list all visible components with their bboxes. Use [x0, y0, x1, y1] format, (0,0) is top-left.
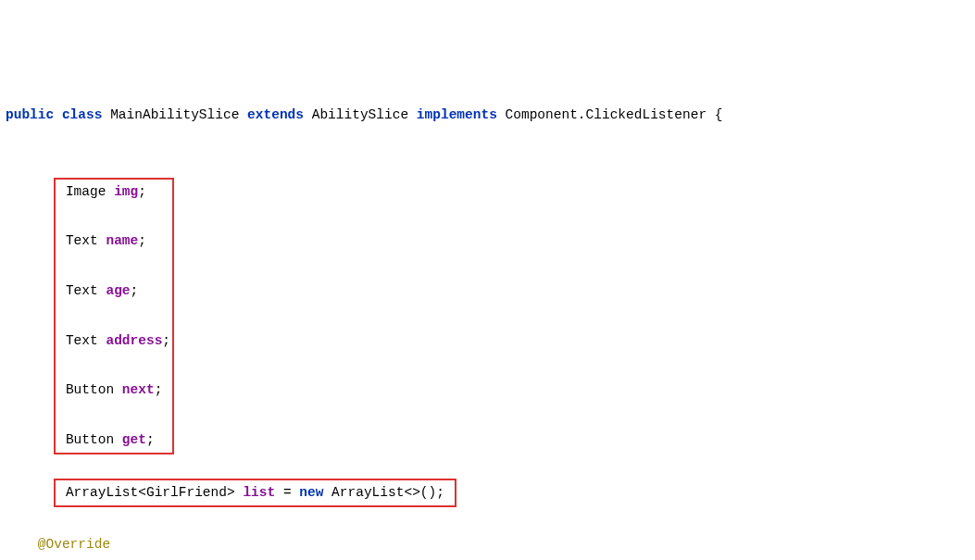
field-img: img [114, 184, 138, 199]
field-img-line: Image img; [57, 180, 170, 205]
brace-open: { [715, 107, 723, 122]
field-list: list [243, 485, 275, 500]
class-name: MainAbilitySlice [110, 107, 239, 122]
field-get-line: Button get; [57, 428, 170, 453]
field-name: name [106, 233, 138, 248]
field-name-line: Text name; [57, 229, 170, 254]
list-highlight-box: ArrayList<GirlFriend> list = new ArrayLi… [54, 479, 456, 507]
type-text: Text [66, 333, 98, 348]
keyword-public: public [6, 107, 54, 122]
override-line: @Override [6, 532, 969, 557]
gt: > [227, 485, 235, 500]
lt: < [138, 485, 146, 500]
semicolon: ; [146, 432, 155, 447]
diamond: <> [404, 485, 419, 500]
field-age-line: Text age; [57, 279, 170, 304]
semicolon: ; [162, 333, 170, 348]
paren: () [420, 485, 436, 500]
equals: = [283, 485, 292, 500]
class-declaration-line: public class MainAbilitySlice extends Ab… [6, 103, 969, 128]
type-button: Button [66, 432, 114, 447]
field-address-line: Text address; [57, 329, 170, 354]
type-girlfriend: GirlFriend [146, 485, 227, 500]
type-button: Button [66, 382, 114, 397]
type-text: Text [66, 283, 98, 298]
code-block: public class MainAbilitySlice extends Ab… [0, 99, 975, 560]
keyword-extends: extends [247, 107, 304, 122]
field-age: age [106, 283, 130, 298]
type-arraylist-2: ArrayList [331, 485, 404, 500]
fields-highlight-box: Image img; Text name; Text age; Text add… [54, 178, 174, 454]
field-address: address [106, 333, 162, 348]
interface-name: Component.ClickedListener [506, 107, 707, 122]
semicolon: ; [155, 382, 163, 397]
type-arraylist: ArrayList [66, 485, 138, 500]
type-image: Image [66, 184, 106, 199]
superclass-name: AbilitySlice [312, 107, 408, 122]
semicolon: ; [138, 233, 146, 248]
field-next: next [122, 382, 155, 397]
semicolon: ; [436, 485, 444, 500]
list-declaration-line: ArrayList<GirlFriend> list = new ArrayLi… [57, 480, 452, 505]
semicolon: ; [138, 184, 146, 199]
annotation-override: @Override [38, 537, 110, 552]
semicolon: ; [131, 283, 139, 298]
type-text: Text [66, 233, 98, 248]
keyword-implements: implements [417, 107, 497, 122]
keyword-class: class [62, 107, 103, 122]
field-get: get [122, 432, 146, 447]
field-next-line: Button next; [57, 378, 170, 403]
keyword-new: new [299, 485, 323, 500]
